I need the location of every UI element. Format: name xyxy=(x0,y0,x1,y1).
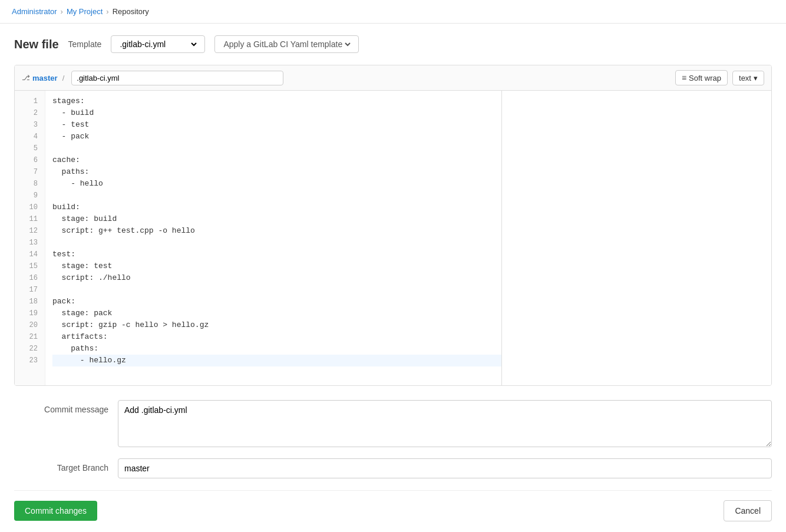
filename-input[interactable] xyxy=(71,71,283,85)
line-number: 6 xyxy=(15,154,45,166)
cancel-button[interactable]: Cancel xyxy=(724,500,772,521)
code-line: test: xyxy=(52,249,501,260)
code-line: - build xyxy=(52,107,501,119)
soft-wrap-label: Soft wrap xyxy=(689,74,721,82)
code-line xyxy=(52,190,501,201)
code-line: paths: xyxy=(52,343,501,355)
line-number: 21 xyxy=(15,331,45,343)
code-line: - test xyxy=(52,119,501,131)
line-number: 15 xyxy=(15,260,45,272)
breadcrumb-admin-link[interactable]: Administrator xyxy=(12,7,57,16)
breadcrumb-sep-1: › xyxy=(61,7,63,16)
line-number: 16 xyxy=(15,272,45,284)
text-mode-button[interactable]: text ▾ xyxy=(732,71,764,85)
target-branch-row: Target Branch xyxy=(14,458,772,478)
line-number: 4 xyxy=(15,131,45,143)
breadcrumb-current: Repository xyxy=(113,7,149,16)
commit-changes-button[interactable]: Commit changes xyxy=(14,501,97,521)
commit-message-label: Commit message xyxy=(14,400,108,414)
branch-name: master xyxy=(32,74,58,82)
line-number: 8 xyxy=(15,178,45,190)
line-number: 2 xyxy=(15,107,45,119)
target-branch-control xyxy=(118,458,772,478)
code-line: stage: test xyxy=(52,260,501,272)
line-number: 13 xyxy=(15,237,45,249)
wrap-icon: ≡ xyxy=(682,73,686,82)
form-actions: Commit changes Cancel xyxy=(14,490,772,521)
page-container: New file Template .gitlab-ci.yml Apply a… xyxy=(0,24,786,532)
page-title: New file xyxy=(14,38,59,51)
branch-indicator: ⎇ master / xyxy=(22,74,67,82)
breadcrumb-sep-2: › xyxy=(106,7,108,16)
code-line xyxy=(52,143,501,154)
line-number: 10 xyxy=(15,201,45,213)
breadcrumb: Administrator › My Project › Repository xyxy=(0,0,786,24)
text-mode-label: text xyxy=(739,74,751,82)
template-type-dropdown[interactable]: .gitlab-ci.yml xyxy=(111,35,205,53)
target-branch-label: Target Branch xyxy=(14,458,108,472)
code-line: script: g++ test.cpp -o hello xyxy=(52,225,501,237)
editor-right-panel xyxy=(502,91,771,385)
target-branch-input[interactable] xyxy=(118,458,772,478)
code-line: build: xyxy=(52,201,501,213)
apply-template-dropdown[interactable]: Apply a GitLab CI Yaml template xyxy=(214,35,359,53)
line-number: 22 xyxy=(15,343,45,355)
line-numbers: 1234567891011121314151617181920212223 xyxy=(15,91,45,385)
page-header: New file Template .gitlab-ci.yml Apply a… xyxy=(14,35,772,53)
line-number: 1 xyxy=(15,95,45,107)
line-number: 20 xyxy=(15,319,45,331)
code-line: cache: xyxy=(52,154,501,166)
code-line: script: ./hello xyxy=(52,272,501,284)
breadcrumb-project-link[interactable]: My Project xyxy=(67,7,103,16)
commit-message-control: Add .gitlab-ci.yml xyxy=(118,400,772,449)
line-number: 19 xyxy=(15,308,45,319)
code-line: stage: pack xyxy=(52,308,501,319)
code-line: paths: xyxy=(52,166,501,178)
soft-wrap-button[interactable]: ≡ Soft wrap xyxy=(675,70,728,85)
editor-container: ⎇ master / ≡ Soft wrap text ▾ 1234567891… xyxy=(14,65,772,386)
path-separator: / xyxy=(62,74,65,82)
line-number: 14 xyxy=(15,249,45,260)
code-editor[interactable]: 1234567891011121314151617181920212223 st… xyxy=(15,91,771,385)
code-line: - hello xyxy=(52,178,501,190)
line-number: 17 xyxy=(15,284,45,296)
code-line xyxy=(52,284,501,296)
code-line xyxy=(52,237,501,249)
template-type-select[interactable]: .gitlab-ci.yml xyxy=(117,39,199,49)
code-line: stage: build xyxy=(52,213,501,225)
template-label: Template xyxy=(68,39,102,49)
branch-icon: ⎇ xyxy=(22,74,30,82)
commit-message-row: Commit message Add .gitlab-ci.yml xyxy=(14,400,772,449)
code-line: pack: xyxy=(52,296,501,308)
form-section: Commit message Add .gitlab-ci.yml Target… xyxy=(14,400,772,478)
code-content[interactable]: stages: - build - test - packcache: path… xyxy=(45,91,501,385)
line-number: 11 xyxy=(15,213,45,225)
line-number: 12 xyxy=(15,225,45,237)
code-line: - hello.gz xyxy=(52,355,501,366)
line-number: 9 xyxy=(15,190,45,201)
commit-message-input[interactable]: Add .gitlab-ci.yml xyxy=(118,400,772,447)
line-number: 7 xyxy=(15,166,45,178)
code-line: artifacts: xyxy=(52,331,501,343)
code-line: stages: xyxy=(52,95,501,107)
line-number: 3 xyxy=(15,119,45,131)
toolbar-right: ≡ Soft wrap text ▾ xyxy=(675,70,764,85)
editor-toolbar: ⎇ master / ≡ Soft wrap text ▾ xyxy=(15,65,771,91)
line-number: 23 xyxy=(15,355,45,366)
text-mode-chevron: ▾ xyxy=(754,74,758,82)
apply-template-select[interactable]: Apply a GitLab CI Yaml template xyxy=(221,39,352,49)
line-number: 18 xyxy=(15,296,45,308)
code-line: script: gzip -c hello > hello.gz xyxy=(52,319,501,331)
line-number: 5 xyxy=(15,143,45,154)
code-line: - pack xyxy=(52,131,501,143)
